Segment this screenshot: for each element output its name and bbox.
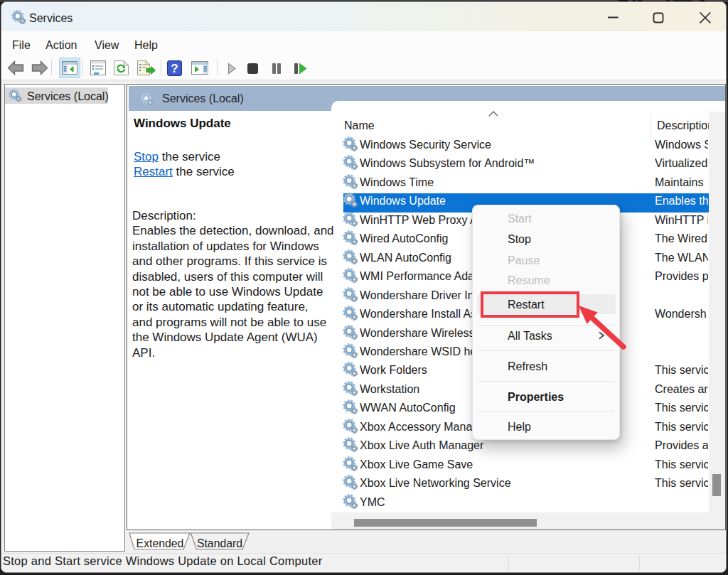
svg-text:?: ?	[171, 62, 178, 75]
svg-text:Extended: Extended	[136, 537, 184, 549]
svg-text:Standard: Standard	[197, 537, 242, 549]
